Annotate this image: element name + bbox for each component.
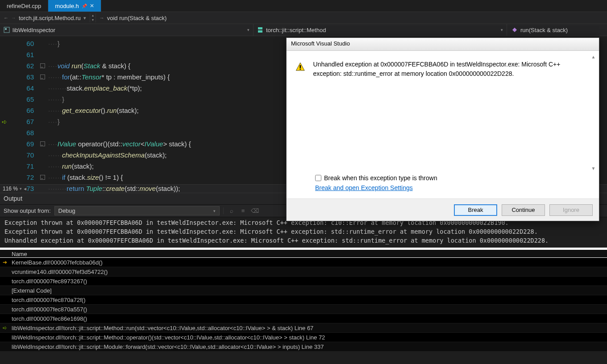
dialog-message: Unhandled exception at 0x000007FEFCBBA06…	[313, 60, 590, 165]
stack-frame[interactable]: torch.dll!000007fec870a72f()	[0, 295, 607, 305]
stack-frame[interactable]: torch.dll!000007fec8973267()	[0, 277, 607, 286]
scroll-down-icon: ▼	[590, 166, 597, 171]
nav-steppers[interactable]: ▴▾	[90, 13, 96, 22]
exception-dialog: Microsoft Visual Studio Unhandled except…	[286, 37, 599, 221]
context-class-label: torch::jit::script::Method	[266, 27, 326, 33]
call-stack-header[interactable]: Name	[0, 248, 607, 258]
break-button[interactable]: Break	[454, 204, 497, 216]
project-icon	[4, 27, 10, 33]
stack-frame[interactable]: libWeldInspector.dll!torch::jit::script:…	[0, 333, 607, 342]
class-icon	[257, 27, 263, 33]
nav-function[interactable]: void run(Stack & stack)	[107, 15, 167, 21]
ignore-button[interactable]: Ignore	[549, 204, 593, 216]
clear-icon[interactable]: ⌫	[250, 207, 259, 214]
nav-scope[interactable]: torch.jit.script.Method.ru	[19, 15, 81, 21]
break-on-type-checkbox[interactable]: Break when this exception type is thrown	[315, 174, 570, 182]
warning-icon	[295, 60, 305, 74]
output-from-label: Show output from:	[4, 207, 51, 214]
chevron-down-icon[interactable]: ▾	[501, 28, 503, 32]
nav-fn-arrow-icon: →	[100, 15, 104, 21]
current-line-arrow-icon: ➪	[2, 118, 7, 125]
close-icon[interactable]: ✕	[90, 3, 94, 9]
line-numbers: 6061626364656667686970717273	[18, 36, 40, 184]
tab-label: module.h	[55, 3, 79, 9]
stack-frame[interactable]: ➔KernelBase.dll!000007fefcbba06d()	[0, 258, 607, 267]
context-method[interactable]: run(Stack & stack)	[507, 24, 607, 36]
current-frame-arrow-icon: ➔	[3, 259, 9, 265]
output-source-select[interactable]: Debug ▾	[54, 206, 220, 215]
tab-refinedet[interactable]: refineDet.cpp	[0, 0, 48, 12]
dialog-scrollbar[interactable]: ▲▼	[590, 54, 597, 171]
chevron-down-icon[interactable]: ▾	[83, 15, 86, 21]
context-bar: libWeldInspector ▾ torch::jit::script::M…	[0, 24, 607, 36]
output-source-value: Debug	[58, 207, 75, 214]
continue-button[interactable]: Continue	[502, 204, 545, 216]
chevron-down-icon: ▾	[213, 209, 216, 213]
context-project[interactable]: libWeldInspector ▾	[0, 24, 253, 36]
svg-rect-3	[258, 30, 262, 33]
code-body[interactable]: ····} ····void run(Stack & stack) { ····…	[48, 36, 191, 184]
nav-breadcrumb: ← → torch.jit.script.Method.ru ▾ ▴▾ → vo…	[0, 12, 607, 24]
stack-frame[interactable]: torch.dll!000007fec86e1698()	[0, 314, 607, 323]
stack-frame[interactable]: [External Code]	[0, 286, 607, 295]
checkbox-input[interactable]	[315, 175, 321, 181]
context-method-label: run(Stack & stack)	[520, 27, 568, 33]
zoom-level[interactable]: 116 %	[3, 186, 18, 192]
svg-rect-4	[299, 65, 301, 68]
selected-frame-arrow-icon: ➪	[3, 325, 9, 331]
stack-frame[interactable]: vcruntime140.dll!000007fef3d54722()	[0, 267, 607, 277]
stack-frame[interactable]: ➪libWeldInspector.dll!torch::jit::script…	[0, 323, 607, 333]
method-icon	[511, 27, 518, 33]
dialog-buttons: Break Continue Ignore	[287, 199, 599, 221]
find-icon[interactable]: ⌕	[227, 207, 236, 214]
svg-rect-1	[5, 28, 7, 30]
stack-frame[interactable]: torch.dll!000007fec870a557()	[0, 305, 607, 314]
scroll-up-icon: ▲	[590, 54, 597, 59]
chevron-down-icon[interactable]: ▾	[247, 28, 249, 32]
tab-label: refineDet.cpp	[7, 3, 41, 9]
call-stack: Name ➔KernelBase.dll!000007fefcbba06d() …	[0, 248, 607, 352]
fold-gutter[interactable]	[40, 36, 48, 184]
stack-frame[interactable]: libWeldInspector.dll!torch::jit::script:…	[0, 342, 607, 352]
context-project-label: libWeldInspector	[12, 27, 55, 33]
nav-fwd-icon[interactable]: →	[11, 15, 16, 21]
svg-rect-2	[258, 27, 262, 29]
pin-icon[interactable]: 📌	[82, 4, 87, 8]
exception-settings-link[interactable]: Break and open Exception Settings	[315, 184, 413, 191]
tab-module-h[interactable]: module.h 📌 ✕	[48, 0, 101, 12]
file-tabs: refineDet.cpp module.h 📌 ✕	[0, 0, 607, 12]
output-text[interactable]: Exception thrown at 0x000007FEFCBBA06D i…	[0, 217, 607, 248]
context-class[interactable]: torch::jit::script::Method ▾	[253, 24, 507, 36]
svg-rect-5	[299, 69, 301, 70]
nav-back-icon[interactable]: ←	[4, 15, 8, 21]
goto-icon[interactable]: ≡	[239, 207, 248, 214]
dialog-title: Microsoft Visual Studio	[287, 38, 599, 51]
checkbox-label: Break when this exception type is thrown	[324, 174, 437, 182]
